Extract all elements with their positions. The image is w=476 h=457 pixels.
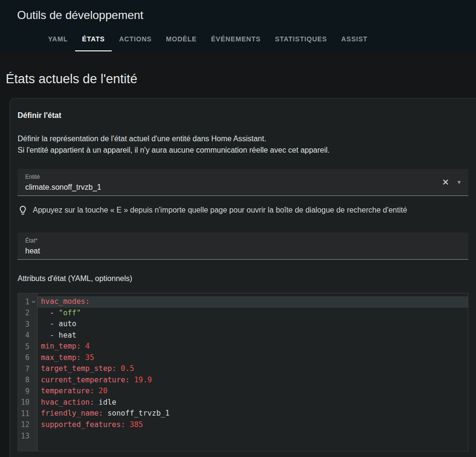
entity-field[interactable]: Entité climate.sonoff_trvzb_1 × ▼ — [18, 169, 468, 196]
line-number: 12 — [18, 419, 37, 431]
app-title: Outils de développement — [17, 7, 476, 24]
line-number: 3 — [18, 319, 37, 330]
code-line — [38, 430, 468, 442]
card-description: Définir la représentation de l'état actu… — [18, 133, 468, 156]
code-line: max_temp: 35 — [38, 352, 468, 364]
line-number: 10 — [18, 397, 37, 408]
code-line: temperature: 20 — [38, 386, 468, 397]
line-number: 9 — [18, 386, 37, 397]
tab-assist[interactable]: ASSIST — [334, 27, 375, 51]
line-number: 6 — [18, 352, 37, 364]
editor-code[interactable]: hvac_modes: - "off" - auto - heatmin_tem… — [38, 293, 468, 451]
code-line: - auto — [38, 319, 468, 330]
state-field[interactable]: État* heat — [18, 233, 468, 260]
page-title: États actuels de l'entité — [6, 70, 476, 88]
code-line: friendly_name: sonoff_trvzb_1 — [38, 408, 468, 419]
tab-states[interactable]: ÉTATS — [75, 27, 112, 51]
yaml-editor[interactable]: 12345678910111213 hvac_modes: - "off" - … — [18, 293, 468, 451]
fold-chevron-icon[interactable] — [29, 296, 37, 308]
tab-template[interactable]: MODÈLE — [159, 27, 204, 51]
line-number: 1 — [18, 296, 37, 308]
attributes-label: Attributs d'état (YAML, optionnels) — [18, 273, 468, 284]
main-content: États actuels de l'entité Définir l'état… — [0, 70, 476, 457]
description-line-1: Définir la représentation de l'état actu… — [18, 133, 468, 145]
code-line: min_temp: 4 — [38, 341, 468, 352]
entity-field-value: climate.sonoff_trvzb_1 — [25, 182, 461, 193]
entity-field-label: Entité — [25, 173, 461, 181]
tab-yaml[interactable]: YAML — [41, 27, 75, 51]
clear-icon[interactable]: × — [442, 176, 449, 188]
card-heading: Définir l'état — [18, 111, 468, 120]
tab-statistics[interactable]: STATISTIQUES — [268, 27, 334, 51]
tab-bar: YAMLÉTATSACTIONSMODÈLEÉVÉNEMENTSSTATISTI… — [0, 27, 476, 51]
dropdown-arrow-icon[interactable]: ▼ — [457, 180, 462, 185]
code-line: hvac_action: idle — [38, 397, 468, 408]
line-number: 7 — [18, 363, 37, 375]
code-line: - "off" — [38, 308, 468, 319]
line-number: 8 — [18, 375, 37, 386]
editor-gutter: 12345678910111213 — [18, 293, 38, 451]
tab-actions[interactable]: ACTIONS — [112, 27, 159, 51]
tip-text: Appuyez sur la touche « E » depuis n'imp… — [33, 204, 407, 216]
line-number: 5 — [18, 341, 37, 352]
code-line: target_temp_step: 0.5 — [38, 363, 468, 375]
state-field-value: heat — [25, 245, 461, 257]
line-number: 13 — [18, 430, 37, 442]
code-line: - heat — [38, 330, 468, 341]
line-number: 2 — [18, 308, 37, 319]
app-header: Outils de développement YAMLÉTATSACTIONS… — [0, 0, 476, 51]
set-state-card: Définir l'état Définir la représentation… — [10, 98, 476, 457]
line-number: 4 — [18, 330, 37, 341]
code-line: hvac_modes: — [38, 296, 468, 308]
entity-field-icons: × ▼ — [442, 169, 462, 195]
entity-search-tip: Appuyez sur la touche « E » depuis n'imp… — [18, 204, 468, 216]
code-line: current_temperature: 19.9 — [38, 375, 468, 386]
state-field-label: État* — [25, 237, 461, 244]
description-line-2: Si l'entité appartient à un appareil, il… — [18, 145, 468, 156]
lightbulb-icon — [18, 205, 28, 215]
line-number: 11 — [18, 408, 37, 419]
tab-events[interactable]: ÉVÉNEMENTS — [204, 27, 268, 51]
code-line: supported_features: 385 — [38, 419, 468, 431]
